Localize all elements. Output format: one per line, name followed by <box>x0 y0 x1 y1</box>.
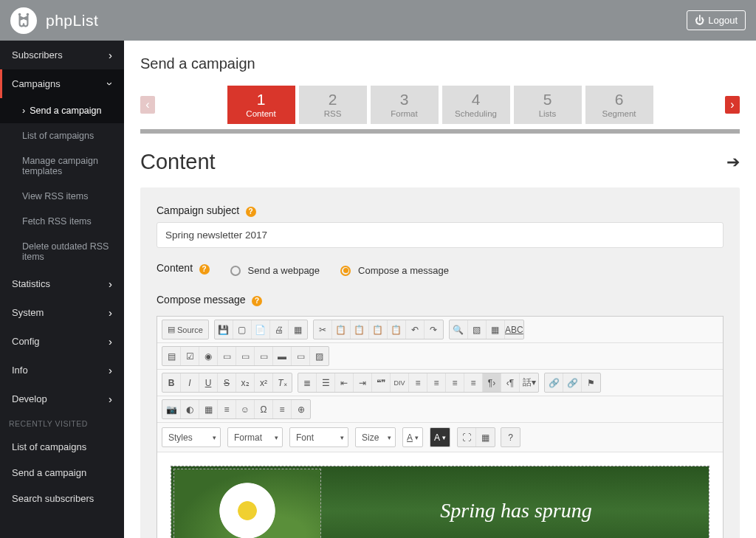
styles-dropdown[interactable]: Styles <box>162 427 221 447</box>
copy-icon[interactable]: 📋 <box>332 320 351 339</box>
nav-info[interactable]: Info› <box>0 356 124 384</box>
link-icon[interactable]: 🔗 <box>545 373 563 392</box>
image-icon[interactable]: 📷 <box>162 400 181 418</box>
help-icon[interactable]: ? <box>199 264 210 275</box>
strike-icon[interactable]: S <box>218 373 236 392</box>
subject-input[interactable] <box>157 222 724 248</box>
image-button-icon[interactable]: ▭ <box>292 347 310 365</box>
subnav-fetch-rss[interactable]: Fetch RSS items <box>0 209 124 234</box>
format-dropdown[interactable]: Format <box>227 427 283 447</box>
recent-send-campaign[interactable]: Send a campaign <box>0 460 124 486</box>
ltr-icon[interactable]: ¶› <box>483 373 501 392</box>
iframe-icon[interactable]: ⊕ <box>292 400 310 418</box>
replace-icon[interactable]: ▧ <box>468 320 487 339</box>
template-hero-image[interactable] <box>173 469 321 538</box>
align-left-icon[interactable]: ≡ <box>409 373 427 392</box>
italic-icon[interactable]: I <box>181 373 199 392</box>
print-icon[interactable]: 🖨 <box>270 320 289 339</box>
align-right-icon[interactable]: ≡ <box>446 373 464 392</box>
align-justify-icon[interactable]: ≡ <box>464 373 483 392</box>
superscript-icon[interactable]: x² <box>255 373 273 392</box>
source-button[interactable]: ▤ Source <box>162 320 208 339</box>
spellcheck-icon[interactable]: ABC <box>505 320 523 339</box>
smiley-icon[interactable]: ☺ <box>236 400 255 418</box>
next-section-arrow[interactable]: ➔ <box>726 153 740 172</box>
bulleted-list-icon[interactable]: ☰ <box>317 373 335 392</box>
subnav-manage-templates[interactable]: Manage campaign templates <box>0 148 124 184</box>
help-icon[interactable]: ? <box>252 296 262 306</box>
unlink-icon[interactable]: 🔗 <box>563 373 582 392</box>
recent-search-subscribers[interactable]: Search subscribers <box>0 486 124 511</box>
flash-icon[interactable]: ◐ <box>181 400 199 418</box>
div-icon[interactable]: DIV <box>391 373 409 392</box>
numbered-list-icon[interactable]: ≣ <box>298 373 317 392</box>
radio-compose-message[interactable]: Compose a message <box>340 265 449 276</box>
nav-subscribers[interactable]: Subscribers› <box>0 41 124 69</box>
anchor-icon[interactable]: ⚑ <box>582 373 600 392</box>
form-icon[interactable]: ▤ <box>162 347 181 365</box>
tab-lists[interactable]: 5Lists <box>514 86 582 124</box>
blockquote-icon[interactable]: ❝❞ <box>372 373 391 392</box>
outdent-icon[interactable]: ⇤ <box>335 373 354 392</box>
new-page-icon[interactable]: ▢ <box>233 320 252 339</box>
paste-icon[interactable]: 📋 <box>351 320 369 339</box>
paste-text-icon[interactable]: 📋 <box>369 320 388 339</box>
show-blocks-icon[interactable]: ▦ <box>476 428 495 446</box>
about-icon[interactable]: ? <box>501 428 520 446</box>
hidden-field-icon[interactable]: ▨ <box>310 347 329 365</box>
help-icon[interactable]: ? <box>246 207 256 217</box>
nav-develop[interactable]: Develop› <box>0 384 124 413</box>
special-char-icon[interactable]: Ω <box>255 400 273 418</box>
tab-scheduling[interactable]: 4Scheduling <box>442 86 510 124</box>
checkbox-icon[interactable]: ☑ <box>181 347 199 365</box>
font-dropdown[interactable]: Font <box>289 427 348 447</box>
subscript-icon[interactable]: x₂ <box>236 373 255 392</box>
size-dropdown[interactable]: Size <box>355 427 396 447</box>
table-icon[interactable]: ▦ <box>199 400 218 418</box>
redo-icon[interactable]: ↷ <box>425 320 443 339</box>
pagebreak-icon[interactable]: ≡ <box>273 400 292 418</box>
maximize-icon[interactable]: ⛶ <box>458 428 476 446</box>
text-field-icon[interactable]: ▭ <box>218 347 236 365</box>
recent-list-campaigns[interactable]: List of campaigns <box>0 434 124 460</box>
nav-config[interactable]: Config› <box>0 327 124 356</box>
select-all-icon[interactable]: ▦ <box>487 320 505 339</box>
undo-icon[interactable]: ↶ <box>406 320 425 339</box>
prev-step-button[interactable]: ‹ <box>140 96 155 114</box>
editor-body[interactable]: Spring has sprung <box>157 452 723 538</box>
bold-icon[interactable]: B <box>162 373 181 392</box>
tab-format[interactable]: 3Format <box>371 86 439 124</box>
text-color-dropdown[interactable]: A <box>402 427 423 447</box>
radio-button-icon[interactable]: ◉ <box>199 347 218 365</box>
button-icon[interactable]: ▬ <box>273 347 292 365</box>
cut-icon[interactable]: ✂ <box>314 320 332 339</box>
radio-send-webpage[interactable]: Send a webpage <box>230 265 320 276</box>
preview-icon[interactable]: 📄 <box>252 320 270 339</box>
textarea-icon[interactable]: ▭ <box>236 347 255 365</box>
remove-format-icon[interactable]: Tₓ <box>273 373 292 392</box>
save-icon[interactable]: 💾 <box>215 320 233 339</box>
subnav-list-campaigns[interactable]: List of campaigns <box>0 123 124 148</box>
select-icon[interactable]: ▭ <box>255 347 273 365</box>
logout-button[interactable]: ⏻ Logout <box>687 10 746 30</box>
subnav-delete-rss[interactable]: Delete outdated RSS items <box>0 234 124 269</box>
nav-system[interactable]: System› <box>0 298 124 327</box>
bg-color-dropdown[interactable]: A <box>430 427 450 447</box>
language-icon[interactable]: 話▾ <box>520 373 538 392</box>
find-icon[interactable]: 🔍 <box>450 320 468 339</box>
subnav-view-rss[interactable]: View RSS items <box>0 184 124 209</box>
tab-segment[interactable]: 6Segment <box>585 86 653 124</box>
next-step-button[interactable]: › <box>725 96 740 114</box>
hr-icon[interactable]: ≡ <box>218 400 236 418</box>
rtl-icon[interactable]: ‹¶ <box>501 373 520 392</box>
tab-content[interactable]: 1Content <box>227 86 295 124</box>
indent-icon[interactable]: ⇥ <box>354 373 372 392</box>
paste-word-icon[interactable]: 📋 <box>388 320 406 339</box>
align-center-icon[interactable]: ≡ <box>427 373 446 392</box>
subnav-send-campaign[interactable]: ›Send a campaign <box>0 98 124 123</box>
nav-statistics[interactable]: Statistics› <box>0 269 124 298</box>
templates-icon[interactable]: ▦ <box>289 320 307 339</box>
tab-rss[interactable]: 2RSS <box>299 86 367 124</box>
nav-campaigns[interactable]: Campaigns› <box>0 69 124 98</box>
underline-icon[interactable]: U <box>199 373 218 392</box>
